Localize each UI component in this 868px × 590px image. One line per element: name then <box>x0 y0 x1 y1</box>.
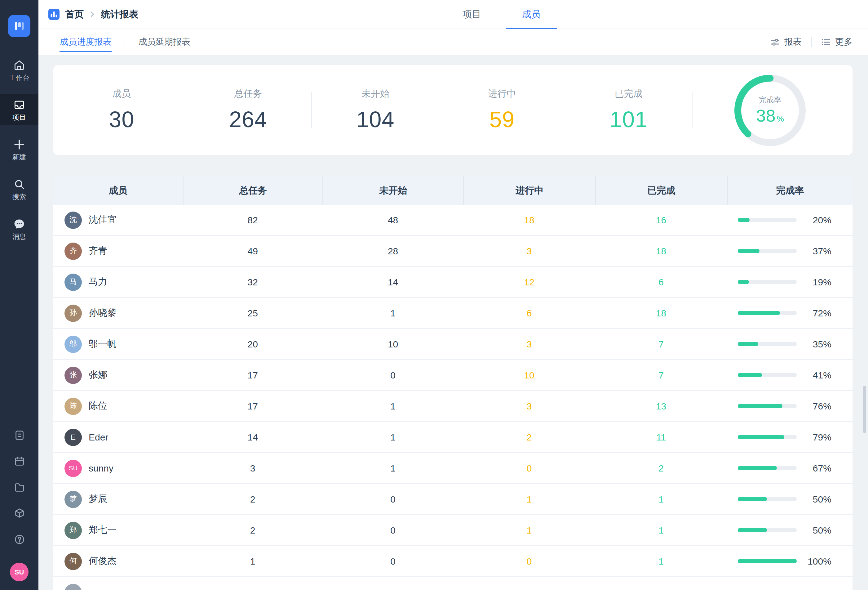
folder-icon[interactable] <box>13 481 25 493</box>
progress-bar <box>738 528 797 532</box>
breadcrumb: 首页 统计报表 <box>38 8 138 20</box>
stat-label: 总任务 <box>234 88 262 99</box>
stat-label: 进行中 <box>488 88 516 99</box>
completed-cell: 1 <box>595 494 727 504</box>
progress-bar <box>738 280 797 284</box>
box-icon[interactable] <box>13 507 25 519</box>
member-cell: 何 何俊杰 <box>53 553 183 570</box>
not-started-cell: 1 <box>323 432 464 442</box>
rate-label: 67% <box>805 463 831 473</box>
breadcrumb-home[interactable]: 首页 <box>65 8 84 20</box>
progress-bar <box>738 435 797 439</box>
rate-label: 72% <box>805 308 831 318</box>
stat-value: 104 <box>356 106 394 132</box>
completion-rate-cell: 79% <box>727 432 852 442</box>
table-row[interactable]: 张 张娜 17 0 10 7 41% <box>53 360 852 391</box>
progress-fill <box>738 404 782 408</box>
col-member[interactable]: 成员 <box>53 176 183 205</box>
donut-percent: 38 <box>756 106 775 126</box>
table-row[interactable]: 齐 齐青 49 28 3 18 37% <box>53 236 852 267</box>
member-avatar: 梦 <box>65 491 82 508</box>
more-action-button[interactable]: 更多 <box>812 37 862 48</box>
in-progress-cell: 6 <box>463 308 595 318</box>
progress-bar <box>738 249 797 253</box>
progress-fill <box>738 311 780 315</box>
stat-not-started: 未开始 104 <box>312 88 438 132</box>
member-avatar: 张 <box>65 366 82 384</box>
table-row[interactable]: 郑 郑七一 2 0 1 1 50% <box>53 515 852 546</box>
list-icon <box>821 37 831 47</box>
col-total-tasks[interactable]: 总任务 <box>183 176 323 205</box>
member-avatar: 沈 <box>65 211 82 229</box>
members-table: 成员 总任务 未开始 进行中 已完成 完成率 沈 沈佳宜 82 48 18 16… <box>53 176 852 590</box>
sidebar-bottom: SU <box>10 429 28 590</box>
progress-bar <box>738 497 797 501</box>
progress-bar <box>738 342 797 346</box>
member-name: 张娜 <box>89 369 107 381</box>
avatar-initial: 梦 <box>69 494 77 504</box>
total-tasks-cell: 14 <box>183 432 323 442</box>
col-completed[interactable]: 已完成 <box>595 176 727 205</box>
app-window: 工作台 项目 新建 搜索 <box>0 0 868 590</box>
completion-rate-cell: 67% <box>727 463 852 473</box>
sidebar-item-messages[interactable]: 消息 <box>0 213 38 244</box>
table-row[interactable] <box>53 577 852 590</box>
table-row[interactable]: 马 马力 32 14 12 6 19% <box>53 267 852 298</box>
stat-value: 101 <box>610 106 648 132</box>
clipboard-icon[interactable] <box>13 429 25 441</box>
member-name: 孙晓黎 <box>89 307 117 319</box>
progress-bar <box>738 559 797 563</box>
sidebar: 工作台 项目 新建 搜索 <box>0 0 38 590</box>
completed-cell: 18 <box>595 246 727 256</box>
main-area: 首页 统计报表 项目 成员 成员进度报表 成员延期报表 报表 <box>38 0 868 590</box>
user-avatar[interactable]: SU <box>10 563 28 581</box>
completion-rate-cell: 35% <box>727 339 852 349</box>
tab-member-progress-report[interactable]: 成员进度报表 <box>59 35 112 50</box>
member-cell: 陈 陈位 <box>53 397 183 415</box>
sidebar-item-label: 工作台 <box>9 74 30 81</box>
progress-fill <box>738 280 748 284</box>
app-logo[interactable] <box>8 15 30 37</box>
stat-value: 264 <box>229 106 267 132</box>
sidebar-item-workbench[interactable]: 工作台 <box>0 55 38 86</box>
donut-center: 完成率 38% <box>734 74 807 147</box>
col-in-progress[interactable]: 进行中 <box>463 176 595 205</box>
member-name: 郑七一 <box>89 524 117 536</box>
summary-card: 成员 30 总任务 264 未开始 104 进行中 59 已完成 101 <box>53 65 852 155</box>
avatar-initial: 孙 <box>69 308 77 318</box>
sidebar-item-search[interactable]: 搜索 <box>0 174 38 205</box>
table-row[interactable]: 何 何俊杰 1 0 0 1 100% <box>53 546 852 577</box>
total-tasks-cell: 2 <box>183 525 323 535</box>
completion-rate-cell: 20% <box>727 214 852 225</box>
progress-fill <box>738 218 749 222</box>
total-tasks-cell: 32 <box>183 277 323 287</box>
stat-in-progress: 进行中 59 <box>438 88 565 132</box>
tab-projects[interactable]: 项目 <box>446 0 497 28</box>
total-tasks-cell: 82 <box>183 214 323 225</box>
col-completion-rate[interactable]: 完成率 <box>727 176 852 205</box>
table-row[interactable]: 孙 孙晓黎 25 1 6 18 72% <box>53 298 852 329</box>
donut-value: 38% <box>756 106 784 126</box>
breadcrumb-current: 统计报表 <box>101 8 138 20</box>
in-progress-cell: 1 <box>463 525 595 535</box>
table-row[interactable]: 邬 邬一帆 20 10 3 7 35% <box>53 329 852 360</box>
member-cell: 齐 齐青 <box>53 242 183 260</box>
table-row[interactable]: E Eder 14 1 2 11 79% <box>53 422 852 453</box>
total-tasks-cell: 1 <box>183 556 323 566</box>
table-row[interactable]: 陈 陈位 17 1 3 13 76% <box>53 391 852 422</box>
kanban-logo-icon <box>13 20 25 32</box>
sidebar-item-create[interactable]: 新建 <box>0 134 38 165</box>
help-icon[interactable] <box>13 534 25 545</box>
rate-label: 79% <box>805 432 831 442</box>
sidebar-item-projects[interactable]: 项目 <box>0 94 38 125</box>
tab-member-delay-report[interactable]: 成员延期报表 <box>138 35 190 50</box>
calendar-icon[interactable] <box>13 455 25 467</box>
tab-members[interactable]: 成员 <box>506 0 557 28</box>
table-row[interactable]: SU sunny 3 1 0 2 67% <box>53 453 852 484</box>
table-row[interactable]: 梦 梦辰 2 0 1 1 50% <box>53 484 852 515</box>
table-row[interactable]: 沈 沈佳宜 82 48 18 16 20% <box>53 205 852 236</box>
col-not-started[interactable]: 未开始 <box>323 176 464 205</box>
report-action-button[interactable]: 报表 <box>761 37 811 48</box>
avatar-initial: SU <box>69 465 78 472</box>
scrollbar-thumb[interactable] <box>863 386 866 433</box>
